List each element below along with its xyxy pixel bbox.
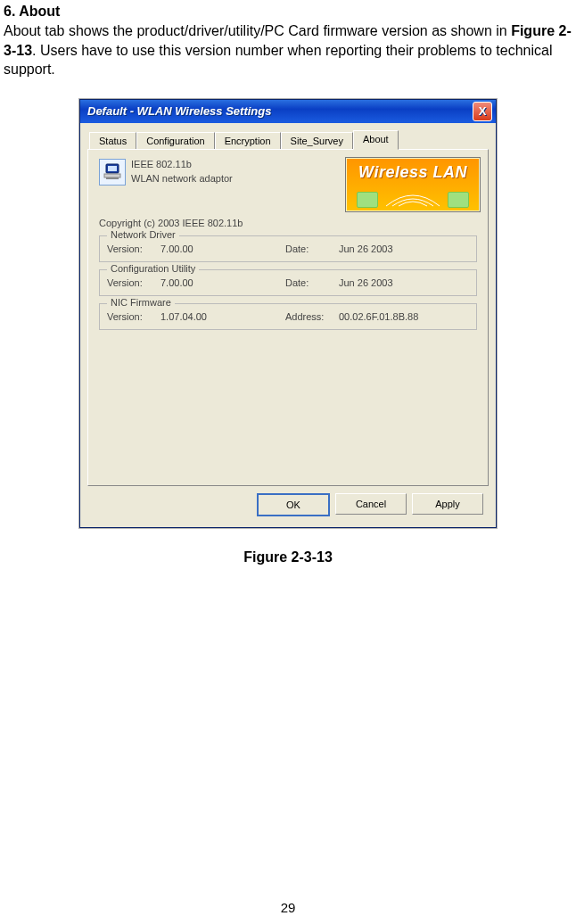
firmware-address-label: Address:	[285, 311, 339, 322]
driver-date-label: Date:	[285, 243, 339, 254]
svg-rect-1	[108, 166, 117, 171]
close-button[interactable]: X	[473, 102, 492, 121]
logo-device-left-icon	[357, 192, 378, 208]
tab-about[interactable]: About	[353, 130, 399, 150]
adapter-icon	[99, 159, 126, 186]
group-nic-firmware-legend: NIC Firmware	[107, 297, 175, 308]
intro-paragraph: About tab shows the product/driver/utili…	[4, 21, 572, 79]
ok-button[interactable]: OK	[257, 493, 330, 516]
firmware-version-label: Version:	[107, 311, 160, 322]
product-line2: WLAN network adaptor	[131, 171, 233, 186]
driver-version-label: Version:	[107, 243, 160, 254]
svg-rect-2	[104, 174, 120, 177]
apply-button[interactable]: Apply	[412, 493, 483, 515]
cancel-button[interactable]: Cancel	[335, 493, 407, 515]
para-after: . Users have to use this version number …	[4, 43, 552, 78]
para-before: About tab shows the product/driver/utili…	[4, 23, 511, 38]
utility-date-label: Date:	[285, 277, 339, 288]
client-area: Status Configuration Encryption Site_Sur…	[80, 123, 496, 527]
group-network-driver-legend: Network Driver	[107, 229, 179, 240]
close-icon: X	[479, 104, 487, 118]
product-text: IEEE 802.11b WLAN network adaptor	[131, 157, 233, 186]
titlebar: Default - WLAN Wireless Settings X	[80, 100, 496, 123]
ok-button-label: OK	[286, 499, 300, 510]
button-row: OK Cancel Apply	[87, 486, 489, 520]
apply-button-label: Apply	[435, 499, 460, 509]
wireless-lan-logo: Wireless LAN	[345, 157, 481, 212]
driver-date-value: Jun 26 2003	[339, 243, 469, 254]
tab-encryption-label: Encryption	[225, 136, 271, 146]
group-config-utility: Configuration Utility Version: 7.00.00 D…	[99, 269, 477, 296]
tab-configuration[interactable]: Configuration	[136, 132, 214, 149]
svg-rect-3	[106, 177, 119, 179]
logo-waves-icon	[382, 190, 444, 210]
tab-configuration-label: Configuration	[146, 136, 204, 146]
logo-device-right-icon	[448, 192, 469, 208]
firmware-version-value: 1.07.04.00	[160, 311, 285, 322]
group-config-utility-legend: Configuration Utility	[107, 263, 199, 274]
page-number: 29	[0, 900, 576, 915]
firmware-address-value: 00.02.6F.01.8B.88	[339, 311, 469, 322]
about-panel: IEEE 802.11b WLAN network adaptor Wirele…	[87, 149, 489, 486]
product-line1: IEEE 802.11b	[131, 157, 233, 172]
tab-strip: Status Configuration Encryption Site_Sur…	[89, 130, 489, 149]
utility-version-label: Version:	[107, 277, 160, 288]
wireless-lan-logo-text: Wireless LAN	[346, 158, 480, 182]
tab-encryption[interactable]: Encryption	[215, 132, 281, 149]
tab-about-label: About	[363, 134, 389, 144]
copyright-text: Copyright (c) 2003 IEEE 802.11b	[99, 218, 481, 228]
figure-caption: Figure 2-3-13	[4, 549, 572, 565]
group-nic-firmware: NIC Firmware Version: 1.07.04.00 Address…	[99, 303, 477, 330]
driver-version-value: 7.00.00	[160, 243, 285, 254]
cancel-button-label: Cancel	[356, 499, 386, 509]
tab-site-survey-label: Site_Survey	[291, 136, 343, 146]
window-title: Default - WLAN Wireless Settings	[84, 104, 473, 118]
tab-site-survey[interactable]: Site_Survey	[281, 132, 353, 149]
utility-date-value: Jun 26 2003	[339, 277, 469, 288]
tab-status[interactable]: Status	[89, 132, 136, 149]
section-heading: 6. About	[4, 4, 572, 20]
group-network-driver: Network Driver Version: 7.00.00 Date: Ju…	[99, 235, 477, 262]
tab-status-label: Status	[99, 136, 127, 146]
settings-window: Default - WLAN Wireless Settings X Statu…	[79, 99, 497, 528]
utility-version-value: 7.00.00	[160, 277, 285, 288]
